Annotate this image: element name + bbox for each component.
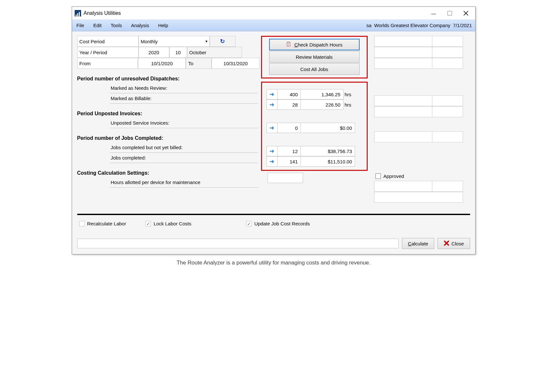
jobs-unbilled-amount: $38,756.73 (301, 146, 355, 156)
calculate-button[interactable]: Calculate (402, 238, 435, 249)
period-month: October (187, 47, 242, 58)
recalculate-labor-label: Recalculate Labor (87, 221, 126, 226)
arrow-right-icon: ➔ (269, 91, 274, 98)
bottom-options: Recalculate Labor Lock Labor Costs Updat… (77, 221, 470, 226)
right-table-3 (374, 131, 470, 142)
check-dispatch-hours-button[interactable]: Check Dispatch Hours (269, 39, 360, 50)
clipboard-icon (286, 42, 291, 48)
needs-review-drill-button[interactable]: ➔ (267, 89, 278, 99)
close-x-icon (444, 240, 449, 247)
billable-label: Marked as Billable: (110, 96, 152, 101)
refresh-button[interactable]: ↻ (210, 36, 236, 47)
menu-file[interactable]: File (77, 23, 84, 28)
menu-analysis[interactable]: Analysis (131, 23, 149, 28)
image-caption: The Route Analyzer is a powerful utility… (72, 260, 476, 266)
dispatches-heading: Period number of unresolved Dispatches: (77, 76, 260, 82)
update-job-cost-checkbox[interactable] (246, 221, 252, 226)
period-number-input[interactable]: 10 (169, 47, 187, 58)
menu-edit[interactable]: Edit (93, 23, 102, 28)
cost-all-jobs-button[interactable]: Cost All Jobs (269, 63, 360, 75)
jobs-unbilled-count: 12 (278, 146, 301, 156)
unposted-service-label: Unposted Service Invoices: (110, 120, 170, 126)
jobs-completed-amount: $11,510.00 (301, 156, 355, 167)
right-table-4 (374, 181, 470, 203)
jobs-heading: Period number of Jobs Completed: (77, 135, 260, 141)
approved-checkbox-row: Approved (375, 173, 470, 179)
menu-tools[interactable]: Tools (111, 23, 122, 28)
year-input[interactable]: 2020 (139, 47, 169, 58)
approved-label: Approved (384, 173, 404, 179)
arrow-right-icon: ➔ (269, 124, 274, 131)
period-controls: Cost Period Monthly ▾ ↻ Year / Period 20… (77, 36, 260, 69)
calculate-label: Calculate (408, 241, 428, 246)
approved-checkbox[interactable] (375, 173, 381, 179)
unposted-count: 0 (278, 123, 301, 133)
lock-labor-costs-label: Lock Labor Costs (153, 221, 191, 226)
footer: Calculate Close (77, 238, 470, 249)
recalculate-labor-checkbox[interactable] (79, 221, 85, 226)
refresh-icon: ↻ (220, 38, 225, 45)
from-date-input[interactable]: 10/1/2020 (138, 58, 186, 69)
cost-period-select[interactable]: Monthly ▾ (139, 36, 210, 47)
status-user: sa (366, 23, 372, 28)
year-period-label: Year / Period (77, 47, 139, 58)
check-dispatch-hours-label: Check Dispatch Hours (294, 42, 342, 47)
billable-drill-button[interactable]: ➔ (267, 99, 278, 110)
lock-labor-costs-checkbox[interactable] (145, 221, 151, 226)
to-label: To (186, 58, 211, 69)
titlebar: Analysis Utilities (72, 7, 475, 20)
action-buttons-group: Check Dispatch Hours Review Materials Co… (261, 36, 368, 78)
update-job-cost-label: Update Job Cost Records (254, 221, 310, 226)
costing-heading: Costing Calculation Settings: (77, 170, 260, 176)
minimize-button[interactable] (426, 7, 442, 19)
section-divider (77, 214, 470, 215)
from-label: From (77, 58, 138, 69)
app-icon (75, 10, 81, 16)
billable-hours: 226.50 (301, 99, 343, 110)
jobs-unbilled-label: Jobs completed but not yet billed: (110, 145, 183, 150)
maximize-button[interactable] (442, 7, 458, 19)
hrs-unit: hrs (343, 89, 355, 99)
needs-review-label: Marked as Needs Review: (110, 85, 167, 91)
close-window-button[interactable] (458, 7, 474, 19)
jobs-completed-label: Jobs completed: (110, 155, 146, 160)
hours-allotted-input[interactable] (268, 173, 303, 183)
review-materials-button[interactable]: Review Materials (269, 51, 360, 63)
cost-period-label: Cost Period (77, 36, 139, 47)
arrow-right-icon: ➔ (269, 101, 274, 108)
needs-review-count: 400 (278, 89, 301, 99)
needs-review-hours: 1,346.25 (301, 89, 343, 99)
metrics-group: ➔ 400 1,346.25 hrs ➔ 28 226.50 hrs (261, 82, 368, 171)
jobs-unbilled-drill-button[interactable]: ➔ (267, 146, 278, 156)
menubar: File Edit Tools Analysis Help sa Worlds … (72, 20, 475, 31)
status-date: 7/1/2021 (453, 23, 472, 28)
right-table-2 (374, 95, 470, 117)
close-label: Close (451, 241, 464, 246)
unposted-heading: Period Unposted Invoices: (77, 111, 260, 117)
unposted-amount: $0.00 (301, 123, 355, 133)
jobs-completed-drill-button[interactable]: ➔ (267, 156, 278, 167)
hours-allotted-label: Hours allotted per device for maintenanc… (110, 180, 201, 185)
hrs-unit-2: hrs (343, 99, 355, 110)
close-button[interactable]: Close (437, 238, 470, 249)
review-materials-label: Review Materials (296, 54, 332, 60)
svg-rect-3 (288, 42, 289, 43)
unposted-drill-button[interactable]: ➔ (267, 123, 278, 133)
arrow-right-icon: ➔ (269, 158, 274, 165)
status-bar (77, 239, 399, 248)
status-company: Worlds Greatest Elevator Company (374, 23, 450, 28)
analysis-utilities-window: Analysis Utilities File Edit Tools Analy… (72, 6, 476, 254)
menu-help[interactable]: Help (158, 23, 168, 28)
jobs-completed-count: 141 (278, 156, 301, 167)
arrow-right-icon: ➔ (269, 148, 274, 155)
chevron-down-icon: ▾ (205, 39, 207, 44)
to-date-input[interactable]: 10/31/2020 (212, 58, 260, 69)
cost-all-jobs-label: Cost All Jobs (300, 67, 328, 72)
window-title: Analysis Utilities (84, 10, 121, 16)
status-right: sa Worlds Greatest Elevator Company 7/1/… (366, 23, 472, 28)
right-table-1 (374, 36, 470, 69)
billable-count: 28 (278, 99, 301, 110)
cost-period-value: Monthly (141, 39, 158, 44)
